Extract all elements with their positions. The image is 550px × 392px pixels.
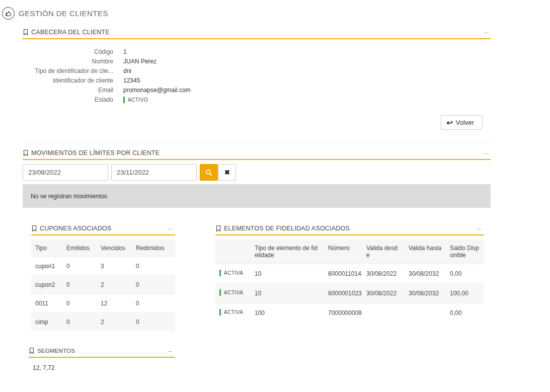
- segmentos-value: 12, 7,72: [29, 364, 175, 371]
- status-bar-icon: [219, 270, 221, 276]
- page-header: GESTIÓN DE CLIENTES: [0, 0, 550, 20]
- field-value: dni: [123, 67, 131, 74]
- volver-row: ↩ Volver: [23, 115, 483, 130]
- field-row: Identificador de cliente 12345: [23, 77, 491, 84]
- table-cell: [405, 303, 446, 323]
- collapse-button[interactable]: –: [166, 348, 175, 354]
- page-title: GESTIÓN DE CLIENTES: [19, 9, 108, 18]
- field-value: promonapse@gmail.com: [123, 87, 191, 94]
- client-fields: Código 1 Nombre JUAN Perez Tipo de ident…: [23, 48, 491, 103]
- table-row: ACTIVA 10 6000011014 30/08/2022 30/08/20…: [215, 264, 484, 284]
- table-cell: 100,00: [446, 284, 484, 303]
- column-header: Valida hasta: [405, 240, 446, 264]
- volver-button[interactable]: ↩ Volver: [441, 115, 483, 130]
- status-text: ACTIVA: [224, 290, 243, 295]
- field-value: 12345: [123, 77, 140, 84]
- section-fidelidad: ELEMENTOS DE FIDELIDAD ASOCIADOS – Tipo …: [215, 225, 484, 323]
- panel-title: CUPONES ASOCIADOS: [31, 225, 111, 232]
- panel-title-text: ELEMENTOS DE FIDELIDAD ASOCIADOS: [224, 225, 350, 232]
- field-label: Tipo de identificador de clie...: [23, 67, 113, 74]
- status-bar-icon: [219, 309, 221, 316]
- collapse-button[interactable]: –: [481, 150, 491, 156]
- table-cell: 30/08/2022: [362, 264, 405, 284]
- empty-results-message: No se registran movimientos: [23, 184, 491, 208]
- field-label: Identificador de cliente: [23, 77, 113, 84]
- panel-header-movimientos: MOVIMIENTOS DE LÍMITES POR CLIENTE –: [23, 149, 491, 160]
- panel-title: MOVIMIENTOS DE LÍMITES POR CLIENTE: [23, 149, 160, 156]
- bookmark-icon: [23, 149, 29, 156]
- date-filters: ✖: [23, 164, 491, 181]
- column-header: Tipo de elemento de fidelidade: [251, 240, 324, 264]
- table-cell-status: ACTIVA: [215, 284, 251, 303]
- table-cell: cupon2: [31, 276, 62, 294]
- column-header: Saldo Disponible: [446, 240, 484, 264]
- table-row: cupon2 0 2 0: [31, 276, 175, 294]
- table-cell: 0,00: [446, 264, 484, 284]
- table-cell: 7000000009: [324, 303, 362, 323]
- field-row-estado: Estado ACTIVO: [23, 96, 491, 103]
- status-badge: ACTIVO: [123, 97, 148, 103]
- date-from-input[interactable]: [23, 164, 108, 181]
- status-text: ACTIVA: [224, 270, 243, 276]
- main-content: CABECERA DEL CLIENTE – Código 1 Nombre J…: [23, 29, 491, 371]
- panel-header-fidelidad: ELEMENTOS DE FIDELIDAD ASOCIADOS –: [215, 225, 484, 236]
- table-row: cimp 0 2 0: [31, 313, 175, 332]
- table-cell: 0011: [31, 294, 62, 313]
- table-cell: 100: [251, 303, 324, 323]
- status-bar-icon: [219, 289, 221, 296]
- bookmark-icon: [29, 347, 35, 354]
- search-button[interactable]: [200, 164, 218, 181]
- table-cell: 0: [62, 294, 97, 313]
- clear-button[interactable]: ✖: [218, 164, 236, 181]
- section-cupones: CUPONES ASOCIADOS – Tipo Emitidos Vencid…: [31, 225, 175, 331]
- panel-title-text: SEGMENTOS: [37, 348, 75, 354]
- table-row: cupon1 0 3 0: [31, 257, 175, 276]
- status-badge: ACTIVA: [219, 270, 243, 276]
- fidelidad-table: Tipo de elemento de fidelidade Número Va…: [215, 240, 484, 323]
- column-header: Tipo: [31, 240, 62, 257]
- table-header-row: Tipo Emitidos Vencidos Redimidos: [31, 240, 175, 257]
- collapse-button[interactable]: –: [166, 225, 175, 232]
- table-cell: 0: [62, 313, 97, 332]
- table-cell: 0: [62, 276, 97, 294]
- field-value: JUAN Perez: [123, 58, 156, 65]
- table-cell: 0,00: [446, 303, 484, 323]
- table-cell: 6000001023: [324, 284, 362, 303]
- section-movimientos: MOVIMIENTOS DE LÍMITES POR CLIENTE – ✖ N…: [23, 142, 491, 208]
- field-label: Código: [23, 48, 113, 55]
- panel-title-text: CABECERA DEL CLIENTE: [31, 29, 110, 36]
- panel-title: ELEMENTOS DE FIDELIDAD ASOCIADOS: [215, 225, 350, 232]
- date-to-input[interactable]: [111, 164, 197, 181]
- back-arrow-icon: ↩: [446, 119, 453, 126]
- table-cell: cimp: [31, 313, 62, 332]
- field-row: Código 1: [23, 48, 491, 55]
- table-cell: 0: [62, 257, 97, 276]
- volver-button-label: Volver: [456, 119, 474, 126]
- collapse-button[interactable]: –: [481, 29, 491, 36]
- table-cell: 0: [132, 257, 175, 276]
- field-value: 1: [123, 48, 127, 55]
- collapse-button[interactable]: –: [475, 225, 484, 232]
- lower-columns: CUPONES ASOCIADOS – Tipo Emitidos Vencid…: [23, 225, 491, 371]
- panel-title: CABECERA DEL CLIENTE: [23, 29, 110, 36]
- status-text: ACTIVA: [224, 309, 243, 315]
- column-header: Número: [324, 240, 362, 264]
- status-text: ACTIVO: [128, 97, 148, 103]
- table-cell: 30/08/2022: [362, 284, 405, 303]
- table-cell: 6000011014: [324, 264, 362, 284]
- right-column: ELEMENTOS DE FIDELIDAD ASOCIADOS – Tipo …: [215, 225, 484, 323]
- table-row: ACTIVA 100 7000000009 0,00: [215, 303, 484, 323]
- status-badge: ACTIVA: [219, 289, 243, 296]
- field-row: Email promonapse@gmail.com: [23, 87, 491, 94]
- table-row: 0011 0 12 0: [31, 294, 175, 313]
- column-header: Redimidos: [132, 240, 175, 257]
- field-row: Nombre JUAN Perez: [23, 58, 491, 65]
- table-cell-status: ACTIVA: [215, 264, 251, 284]
- column-header: Emitidos: [62, 240, 97, 257]
- panel-header-cabecera: CABECERA DEL CLIENTE –: [23, 29, 491, 39]
- table-cell: 10: [251, 264, 324, 284]
- bookmark-icon: [23, 29, 29, 36]
- table-row: ACTIVA 10 6000001023 30/08/2022 30/08/20…: [215, 284, 484, 303]
- bookmark-icon: [215, 225, 221, 232]
- left-column: CUPONES ASOCIADOS – Tipo Emitidos Vencid…: [23, 225, 175, 371]
